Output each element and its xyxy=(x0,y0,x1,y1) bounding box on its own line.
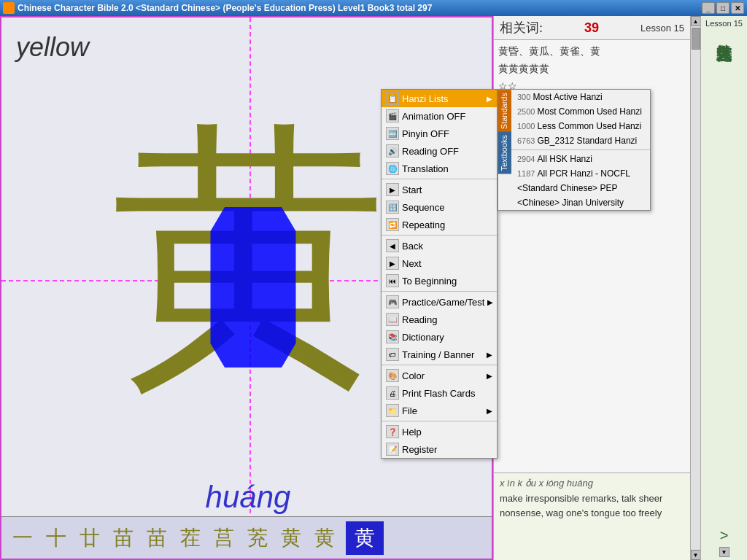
minimize-button[interactable]: _ xyxy=(702,2,715,14)
animation-icon: 🎬 xyxy=(386,109,399,122)
maximize-button[interactable]: □ xyxy=(716,2,729,14)
next-icon: ▶ xyxy=(386,257,399,270)
stroke-1: 一 xyxy=(7,524,38,552)
start-icon: ▶ xyxy=(386,183,399,196)
window-buttons: _ □ ✕ xyxy=(702,2,744,14)
sub-num-1000: 1000 xyxy=(517,122,538,131)
main-area: yellow 黄 huáng 一 十 廿 苗 苗 茬 莒 茺 黄 黄 黄 xyxy=(0,16,747,560)
textbooks-tab[interactable]: Textbooks xyxy=(498,132,511,174)
menu-label-reading2: Reading xyxy=(402,314,437,325)
lesson-label: Lesson 15 xyxy=(640,23,684,34)
sep-2 xyxy=(382,235,497,236)
repeating-icon: 🔁 xyxy=(386,218,399,231)
app-icon xyxy=(3,2,15,14)
menu-label-translation: Translation xyxy=(402,163,449,174)
menu-item-animation[interactable]: 🎬 Animation OFF xyxy=(382,107,497,125)
submenu-item-2500[interactable]: 2500 Most Common Used Hanzi xyxy=(511,104,650,119)
sub-label-6763: GB_2312 Standard Hanzi xyxy=(538,136,638,146)
pinyin-label: huáng xyxy=(1,480,493,515)
menu-item-training[interactable]: 🏷 Training / Banner ▶ xyxy=(382,346,497,363)
stroke-order-bar: 一 十 廿 苗 苗 茬 莒 茺 黄 黄 黄 xyxy=(1,516,493,559)
sub-label-300: Most Active Hanzi xyxy=(533,92,602,102)
menu-label-print-flash: Print Flash Cards xyxy=(402,388,475,399)
color-icon: 🎨 xyxy=(386,369,399,382)
nav-arrow[interactable]: > xyxy=(720,527,729,544)
titlebar: Chinese Character Bible 2.0 <Standard Ch… xyxy=(0,0,747,16)
menu-label-file: File xyxy=(402,405,417,416)
menu-item-next[interactable]: ▶ Next xyxy=(382,254,497,272)
menu-item-start[interactable]: ▶ Start xyxy=(382,181,497,198)
menu-item-translation[interactable]: 🌐 Translation xyxy=(382,160,497,177)
menu-item-reading2[interactable]: 📖 Reading xyxy=(382,311,497,328)
reading-icon: 🔊 xyxy=(386,144,399,158)
practice-arrow-icon: ▶ xyxy=(487,298,493,306)
stroke-10: 黄 xyxy=(309,524,340,552)
submenu-item-6763[interactable]: 6763 GB_2312 Standard Hanzi xyxy=(511,133,650,148)
phrase-pinyin: x ìn k ǒu x ióng huáng xyxy=(500,478,684,489)
sequence-icon: 🔢 xyxy=(386,201,399,214)
menu-label-training: Training / Banner xyxy=(402,349,474,360)
training-icon: 🏷 xyxy=(386,348,399,361)
submenu-item-300[interactable]: 300 Most Active Hanzi xyxy=(511,90,650,104)
menu-label-dictionary: Dictionary xyxy=(402,332,444,343)
menu-item-register[interactable]: 📝 Register xyxy=(382,440,497,458)
blue-stroke-overlay xyxy=(206,207,301,368)
scroll-thumb[interactable] xyxy=(692,28,700,50)
to-beginning-icon: ⏮ xyxy=(386,274,399,287)
menu-item-pinyin[interactable]: 🔤 Pinyin OFF xyxy=(382,125,497,142)
menu-item-sequence[interactable]: 🔢 Sequence xyxy=(382,198,497,216)
menu-label-color: Color xyxy=(402,370,425,381)
submenu-item-chinese-jinan[interactable]: <Chinese> Jinan University xyxy=(511,195,650,210)
sep-4 xyxy=(382,365,497,365)
phrase-meaning: make irresponsible remarks, talk sheer n… xyxy=(500,491,684,520)
menu-label-sequence: Sequence xyxy=(402,202,445,213)
sub-num-2904: 2904 xyxy=(517,155,538,163)
menu-item-back[interactable]: ◀ Back xyxy=(382,237,497,254)
menu-item-to-beginning[interactable]: ⏮ To Beginning xyxy=(382,272,497,289)
stroke-final: 黄 xyxy=(346,521,384,555)
sub-sep xyxy=(511,149,650,150)
sub-label-chinese-jinan: <Chinese> Jinan University xyxy=(517,198,624,208)
scroll-up-button[interactable]: ▲ xyxy=(691,16,701,26)
menu-item-file[interactable]: 📁 File ▶ xyxy=(382,402,497,419)
menu-item-dictionary[interactable]: 📚 Dictionary xyxy=(382,328,497,346)
scroll-down-button[interactable]: ▼ xyxy=(691,550,701,560)
menu-item-hanzi-lists[interactable]: 📋 Hanzi Lists ▶ xyxy=(382,90,497,107)
menu-item-color[interactable]: 🎨 Color ▶ xyxy=(382,367,497,384)
lesson-scroll-down[interactable]: ▼ xyxy=(719,547,729,557)
menu-item-print-flash[interactable]: 🖨 Print Flash Cards xyxy=(382,384,497,402)
help-icon: ❓ xyxy=(386,425,399,438)
related-scrollbar[interactable]: ▲ ▼ xyxy=(690,16,700,560)
training-arrow-icon: ▶ xyxy=(487,351,492,359)
stroke-3: 廿 xyxy=(74,524,105,552)
file-arrow-icon: ▶ xyxy=(487,407,492,415)
menu-label-reading: Reading OFF xyxy=(402,146,459,157)
menu-item-practice[interactable]: 🎮 Practice/Game/Test ▶ xyxy=(382,293,497,311)
submenu-item-2904[interactable]: 2904 All HSK Hanzi xyxy=(511,152,650,166)
sub-label-1000: Less Common Used Hanzi xyxy=(538,121,642,131)
menu-label-animation: Animation OFF xyxy=(402,111,465,122)
phrase-area: x ìn k ǒu x ióng huáng make irresponsibl… xyxy=(494,472,690,560)
menu-item-help[interactable]: ❓ Help xyxy=(382,423,497,440)
related-count: 39 xyxy=(584,20,599,36)
related-line-2: 黄黄黄黄黄 xyxy=(498,61,686,78)
submenu-item-std-chinese[interactable]: <Standard Chinese> PEP xyxy=(511,181,650,195)
related-label: 相关词: xyxy=(500,19,543,36)
menu-label-back: Back xyxy=(402,241,423,252)
stroke-6: 茬 xyxy=(175,524,206,552)
sep-1 xyxy=(382,179,497,179)
submenu-item-1187[interactable]: 1187 All PCR Hanzi - NOCFL xyxy=(511,166,650,181)
hanzi-lists-icon: 📋 xyxy=(386,92,399,105)
close-button[interactable]: ✕ xyxy=(731,2,744,14)
submenu-content: 300 Most Active Hanzi 2500 Most Common U… xyxy=(511,90,650,210)
sep-3 xyxy=(382,291,497,292)
arrow-icon: ▶ xyxy=(487,95,492,103)
standards-tab[interactable]: Standards xyxy=(498,90,511,132)
translation-icon: 🌐 xyxy=(386,162,399,175)
sub-label-2500: Most Common Used Hanzi xyxy=(538,106,642,117)
menu-item-repeating[interactable]: 🔁 Repeating xyxy=(382,216,497,233)
lesson-chars: 夜妹之火旁鼓掌逗久休息 xyxy=(713,32,735,521)
menu-item-reading[interactable]: 🔊 Reading OFF xyxy=(382,142,497,160)
submenu-item-1000[interactable]: 1000 Less Common Used Hanzi xyxy=(511,119,650,133)
context-menu: 📋 Hanzi Lists ▶ 🎬 Animation OFF 🔤 Pinyin… xyxy=(381,89,498,459)
